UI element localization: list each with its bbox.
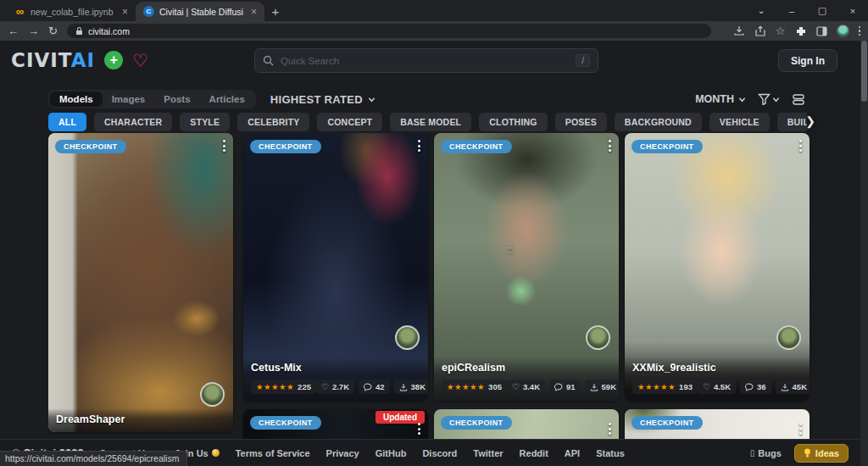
footer-link[interactable]: Twitter bbox=[473, 448, 503, 458]
chevron-down-icon bbox=[738, 96, 746, 103]
browser-tab[interactable]: C Civitai | Stable Diffusion models, × bbox=[136, 2, 264, 21]
categories-scroll-right-icon[interactable]: ❯ bbox=[805, 114, 815, 128]
reload-icon[interactable]: ↻ bbox=[48, 25, 58, 36]
comment-icon bbox=[364, 383, 372, 391]
civitai-page: CIVITAI + ♡ / Sign In ModelsImagesPostsA… bbox=[0, 41, 868, 466]
likes-count: 3.4K bbox=[523, 382, 540, 391]
model-card[interactable]: CHECKPOINT DreamShaper bbox=[48, 133, 233, 432]
category-pill[interactable]: CHARACTER bbox=[94, 113, 172, 131]
card-menu-icon[interactable] bbox=[609, 140, 611, 152]
creator-avatar[interactable] bbox=[776, 325, 801, 350]
category-pill[interactable]: STYLE bbox=[180, 113, 230, 131]
page-scrollbar[interactable] bbox=[860, 41, 868, 466]
category-pill[interactable]: CLOTHING bbox=[479, 113, 547, 131]
browser-tab-strip: ∞ new_colab_file.ipynb - Colaborat × C C… bbox=[0, 0, 868, 21]
category-pill[interactable]: CELEBRITY bbox=[237, 113, 309, 131]
rating-pill: ★★★★★225 bbox=[251, 380, 316, 394]
civitai-logo[interactable]: CIVITAI bbox=[11, 49, 95, 71]
category-pill[interactable]: CONCEPT bbox=[317, 113, 382, 131]
footer-link[interactable]: Reddit bbox=[520, 448, 548, 458]
model-card[interactable]: CHECKPOINT Cetus-Mix ★★★★★225 ♡2.7K 42 3… bbox=[243, 133, 428, 401]
ideas-button[interactable]: Ideas bbox=[794, 444, 849, 463]
likes-count: 4.5K bbox=[714, 382, 731, 391]
card-menu-icon[interactable] bbox=[418, 423, 420, 435]
tab-close-icon[interactable]: × bbox=[120, 6, 131, 18]
footer-link-label: Reddit bbox=[520, 448, 548, 458]
card-menu-icon[interactable] bbox=[418, 140, 420, 152]
search-input[interactable] bbox=[281, 56, 569, 66]
side-panel-icon[interactable] bbox=[816, 26, 827, 36]
content-type-tab[interactable]: Articles bbox=[200, 92, 254, 107]
sort-label: HIGHEST RATED bbox=[270, 93, 363, 106]
bugs-link[interactable]: ▯Bugs bbox=[750, 448, 782, 458]
checkpoint-badge: CHECKPOINT bbox=[250, 140, 321, 153]
browser-tab[interactable]: ∞ new_colab_file.ipynb - Colaborat × bbox=[7, 2, 136, 21]
category-pill[interactable]: BUILDINGS bbox=[777, 113, 807, 131]
forward-icon[interactable]: → bbox=[28, 25, 39, 36]
model-title: DreamShaper bbox=[56, 413, 225, 425]
new-tab-button[interactable]: + bbox=[264, 2, 287, 21]
creator-avatar[interactable] bbox=[395, 325, 420, 350]
search-box[interactable]: / bbox=[254, 48, 598, 73]
sort-dropdown[interactable]: HIGHEST RATED bbox=[270, 93, 376, 106]
period-dropdown[interactable]: MONTH bbox=[695, 93, 746, 105]
category-pill[interactable]: ALL bbox=[48, 113, 86, 131]
download-icon[interactable] bbox=[733, 25, 745, 36]
tab-title: Civitai | Stable Diffusion models, bbox=[159, 7, 243, 17]
scrollbar-thumb[interactable] bbox=[861, 41, 867, 102]
heart-icon[interactable]: ♡ bbox=[132, 52, 148, 69]
category-pill[interactable]: BACKGROUND bbox=[615, 113, 702, 131]
model-card-partial[interactable]: CHECKPOINT bbox=[625, 409, 810, 439]
rating-pill: ★★★★★305 bbox=[442, 380, 507, 394]
footer-link[interactable]: Discord bbox=[422, 448, 457, 458]
download-icon bbox=[399, 383, 408, 391]
footer-link[interactable]: Privacy bbox=[326, 448, 359, 458]
footer-link[interactable]: API bbox=[565, 448, 580, 458]
back-icon[interactable]: ← bbox=[8, 25, 19, 36]
category-pill[interactable]: BASE MODEL bbox=[390, 113, 471, 131]
rating-count: 193 bbox=[679, 382, 693, 391]
model-card-partial[interactable]: CHECKPOINT Updated bbox=[243, 409, 428, 439]
model-card-partial[interactable]: CHECKPOINT bbox=[434, 409, 619, 439]
url-input[interactable]: civitai.com bbox=[67, 24, 711, 38]
address-bar: ← → ↻ civitai.com ☆ bbox=[0, 21, 868, 41]
footer-link[interactable]: Status bbox=[596, 448, 625, 458]
rating-count: 305 bbox=[488, 382, 502, 391]
window-menu-chevron-icon[interactable]: ⌄ bbox=[746, 0, 776, 21]
content-type-tab[interactable]: Posts bbox=[154, 92, 199, 107]
card-menu-icon[interactable] bbox=[609, 423, 611, 435]
downloads-count: 38K bbox=[411, 382, 426, 391]
lock-icon bbox=[75, 26, 83, 36]
model-card[interactable]: CHECKPOINT XXMix_9realistic ★★★★★193 ♡4.… bbox=[625, 133, 810, 401]
category-pill[interactable]: POSES bbox=[555, 113, 607, 131]
content-type-tab[interactable]: Models bbox=[50, 92, 103, 107]
extensions-icon[interactable] bbox=[795, 25, 807, 37]
layout-toggle-icon[interactable] bbox=[792, 93, 805, 106]
card-menu-icon[interactable] bbox=[223, 140, 225, 152]
sign-in-button[interactable]: Sign In bbox=[778, 49, 837, 72]
comment-icon bbox=[745, 383, 754, 391]
filter-button[interactable] bbox=[758, 93, 780, 105]
model-stats: ★★★★★225 ♡2.7K 42 38K bbox=[251, 380, 420, 394]
footer-link[interactable]: Terms of Service bbox=[236, 448, 310, 458]
card-menu-icon[interactable] bbox=[799, 140, 802, 152]
tab-close-icon[interactable]: × bbox=[248, 6, 259, 18]
minimize-icon[interactable]: – bbox=[776, 0, 807, 21]
browser-menu-icon[interactable] bbox=[859, 26, 861, 36]
creator-avatar[interactable] bbox=[200, 382, 225, 407]
model-card[interactable]: CHECKPOINT epiCRealism ★★★★★305 ♡3.4K 91… bbox=[434, 133, 619, 401]
checkpoint-badge: CHECKPOINT bbox=[632, 140, 703, 153]
content-type-tab[interactable]: Images bbox=[103, 92, 155, 107]
maximize-icon[interactable]: ▢ bbox=[807, 0, 837, 21]
footer-link[interactable]: GitHub bbox=[376, 448, 407, 458]
heart-icon: ♡ bbox=[512, 383, 520, 391]
bookmark-star-icon[interactable]: ☆ bbox=[776, 25, 786, 37]
card-menu-icon[interactable] bbox=[799, 423, 802, 435]
category-pill[interactable]: VEHICLE bbox=[709, 113, 770, 131]
share-icon[interactable] bbox=[754, 25, 766, 36]
profile-avatar[interactable] bbox=[837, 25, 849, 37]
footer-link-label: GitHub bbox=[376, 448, 407, 458]
close-icon[interactable]: × bbox=[837, 0, 868, 21]
creator-avatar[interactable] bbox=[586, 325, 610, 350]
add-button[interactable]: + bbox=[104, 51, 123, 69]
